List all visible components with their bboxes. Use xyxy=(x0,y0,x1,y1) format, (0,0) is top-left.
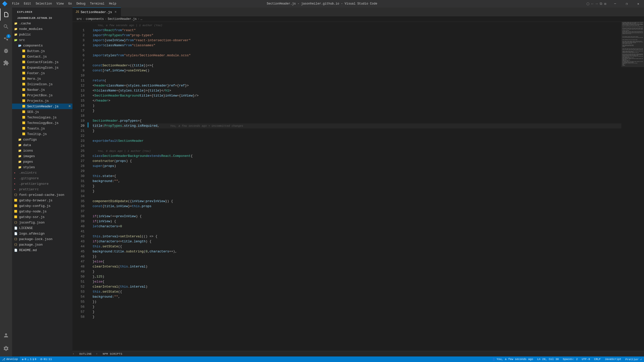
code-line[interactable]: class SectionHeaderBackground extends Re… xyxy=(93,154,621,159)
code-line[interactable]: if (inView !== prevInView) { xyxy=(93,214,621,219)
remote-icon[interactable]: ⬡ xyxy=(586,2,589,6)
code-line[interactable]: ) xyxy=(93,103,621,108)
breadcrumb-symbol[interactable]: … xyxy=(140,17,142,21)
tree-item-gatsby-ssr-js[interactable]: 🟨gatsby-ssr.js xyxy=(12,214,72,220)
breadcrumb-components[interactable]: components xyxy=(86,17,104,21)
menu-go[interactable]: Go xyxy=(66,2,74,6)
menu-terminal[interactable]: Terminal xyxy=(88,2,107,6)
menu-debug[interactable]: Debug xyxy=(74,2,88,6)
activity-search[interactable] xyxy=(0,21,12,33)
tree-item--prettierignore[interactable]: ●.prettierignore xyxy=(12,181,72,187)
tree-item-gatsby-browser-js[interactable]: 🟨gatsby-browser.js xyxy=(12,198,72,203)
code-line[interactable] xyxy=(93,133,621,139)
status-prettier[interactable]: Prettier ✓ xyxy=(623,356,644,362)
activity-account[interactable] xyxy=(0,329,12,341)
split-icon[interactable]: ⧉ xyxy=(600,2,602,6)
code-line[interactable] xyxy=(93,113,621,118)
tree-item-images[interactable]: 📁images xyxy=(12,153,72,159)
code-line[interactable] xyxy=(93,144,621,149)
activity-debug[interactable] xyxy=(0,45,12,57)
tree-item-components[interactable]: 📂components xyxy=(12,43,72,48)
code-line[interactable]: } xyxy=(93,269,621,274)
layout-icon[interactable]: ⊞ xyxy=(604,2,606,6)
close-button[interactable]: ✕ xyxy=(632,0,644,8)
menu-selection[interactable]: Selection xyxy=(34,2,54,6)
code-line[interactable]: componentDidUpdate({ inView: prevInView … xyxy=(93,199,621,204)
status-user[interactable]: 👤 You, a few seconds ago xyxy=(490,356,535,362)
code-line[interactable]: background: "", xyxy=(93,179,621,184)
code-line[interactable]: clearInterval(this.interval) xyxy=(93,284,621,289)
code-line[interactable] xyxy=(93,73,621,78)
tree-item-contact-js[interactable]: 🟨Contact.js xyxy=(12,54,72,59)
code-line[interactable]: import { useInView } from "react-interse… xyxy=(93,38,621,43)
tree-item-expandingicon-js[interactable]: 🟨ExpandingIcon.js xyxy=(12,65,72,70)
tree-item-package-json[interactable]: {}package.json xyxy=(12,242,72,247)
code-line[interactable]: }) xyxy=(93,254,621,259)
code-line[interactable]: } xyxy=(93,309,621,314)
code-line[interactable]: import PropTypes from "prop-types" xyxy=(93,33,621,38)
code-line[interactable]: if (characters <= title.length) { xyxy=(93,239,621,244)
activity-settings[interactable] xyxy=(0,342,12,354)
code-line[interactable]: } xyxy=(93,189,621,194)
panel-outline[interactable]: OUTLINE xyxy=(75,351,96,357)
code-line[interactable]: return ( xyxy=(93,78,621,83)
code-line[interactable] xyxy=(93,229,621,234)
tree-item-technologybox-js[interactable]: 🟨TechnologyBox.js xyxy=(12,120,72,126)
tree-item-projectbox-js[interactable]: 🟨ProjectBox.js xyxy=(12,93,72,98)
code-line[interactable]: } else { xyxy=(93,259,621,264)
tree-item-styles[interactable]: 📁styles xyxy=(12,164,72,170)
tree-item-inlineicon-js[interactable]: 🟨InlineIcon.js xyxy=(12,81,72,87)
tree-item-icons[interactable]: 📁icons xyxy=(12,148,72,153)
explorer-root[interactable]: JASONHEILER.GITHUB.IO xyxy=(12,16,72,21)
code-line[interactable]: <h1 className={styles.title}>{title}</h1… xyxy=(93,88,621,93)
tree-item-readme-md[interactable]: 📄README.md xyxy=(12,247,72,253)
tree-item-jsconfig-json[interactable]: {}jsconfig.json xyxy=(12,220,72,225)
tree-item--cache[interactable]: 📁.cache xyxy=(12,21,72,26)
menu-view[interactable]: View xyxy=(54,2,66,6)
tree-item-src[interactable]: 📂src xyxy=(12,37,72,43)
code-line[interactable] xyxy=(93,209,621,214)
code-line[interactable]: }) xyxy=(93,299,621,304)
code-line[interactable]: background: title.substring(0, character… xyxy=(93,249,621,254)
code-line[interactable]: export default SectionHeader xyxy=(93,139,621,144)
status-branch[interactable]: ⎇ develop xyxy=(0,356,20,362)
tree-item-public[interactable]: 📁public xyxy=(12,32,72,37)
code-area[interactable]: You, a few seconds ago | 1 author (You)i… xyxy=(89,22,621,351)
code-line[interactable]: if (inView) { xyxy=(93,219,621,224)
tree-item-license[interactable]: 📄LICENSE xyxy=(12,225,72,231)
tree-item-tooltip-js[interactable]: 🟨Tooltip.js xyxy=(12,131,72,137)
code-line[interactable]: } xyxy=(93,184,621,189)
code-line[interactable]: background: "", xyxy=(93,294,621,299)
menu-help[interactable]: Help xyxy=(107,2,118,6)
code-line[interactable]: constructor(props) { xyxy=(93,159,621,164)
code-line[interactable] xyxy=(93,194,621,199)
code-line[interactable]: this.setState({ xyxy=(93,289,621,294)
code-line[interactable] xyxy=(93,58,621,63)
breadcrumb-src[interactable]: src xyxy=(76,17,82,21)
code-line[interactable]: SectionHeader.propTypes = { xyxy=(93,118,621,123)
code-line[interactable]: <SectionHeaderBackground title={title} i… xyxy=(93,93,621,98)
code-line[interactable]: super(props) xyxy=(93,164,621,169)
tree-item-toasts-js[interactable]: 🟨Toasts.js xyxy=(12,126,72,131)
tree-item-technologies-js[interactable]: 🟨Technologies.js xyxy=(12,115,72,120)
status-spaces[interactable]: Spaces: 2 xyxy=(561,356,580,362)
status-cursor[interactable]: Ln 20, Col 38 xyxy=(535,356,561,362)
code-line[interactable]: You, 8 days ago | 1 author (You) xyxy=(93,149,621,154)
tree-item-footer-js[interactable]: 🟨Footer.js xyxy=(12,70,72,76)
minimize-button[interactable]: ─ xyxy=(609,0,621,8)
code-line[interactable]: clearInterval(this.interval) xyxy=(93,264,621,269)
tree-item-contactfields-js[interactable]: 🟨ContactFields.js xyxy=(12,59,72,65)
tab-sectionheader[interactable]: JS SectionHeader.js × xyxy=(72,8,121,16)
code-line[interactable]: }, 125) xyxy=(93,274,621,279)
tree-item--eslintrc[interactable]: ●.eslintrc xyxy=(12,170,72,175)
tree-item-gatsby-config-js[interactable]: 🟨gatsby-config.js xyxy=(12,203,72,209)
activity-extensions[interactable] xyxy=(0,57,12,69)
tree-item-projects-js[interactable]: 🟨Projects.js xyxy=(12,98,72,104)
status-encoding[interactable]: UTF-8 xyxy=(580,356,592,362)
status-time[interactable]: ⟳ 01:11 xyxy=(38,356,54,362)
tree-item-font-preload-cache-json[interactable]: {}font-preload-cache.json xyxy=(12,192,72,198)
code-line[interactable] xyxy=(93,169,621,174)
activity-explorer[interactable] xyxy=(0,9,12,21)
tree-item-sectionheader-js[interactable]: 🟨SectionHeader.jsM xyxy=(12,104,72,109)
code-line[interactable]: import classNames from "classnames" xyxy=(93,43,621,48)
